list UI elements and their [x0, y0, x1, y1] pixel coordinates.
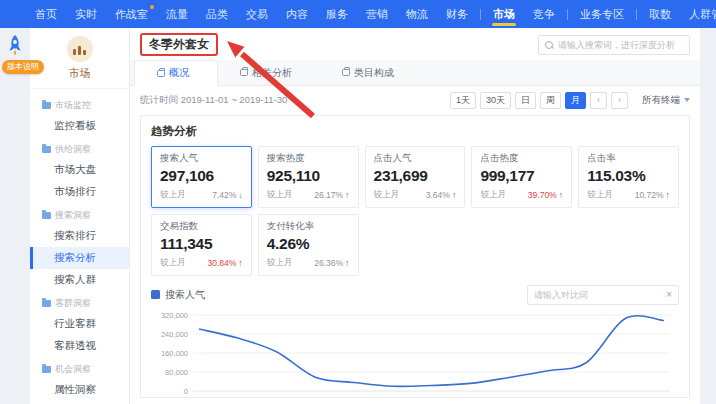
- close-icon[interactable]: ×: [666, 290, 672, 300]
- sidebar-item[interactable]: 市场排行: [30, 181, 129, 203]
- nav-item-data-extract[interactable]: 取数: [640, 0, 680, 28]
- tab-bar: 概况相关分析类目构成: [130, 60, 700, 86]
- metric-footer: 较上月39.70%↑: [480, 189, 563, 201]
- range-button[interactable]: 日: [515, 92, 536, 109]
- metric-delta: 30.84%↑: [207, 258, 242, 268]
- range-button[interactable]: 30天: [480, 92, 511, 109]
- legend-swatch: [151, 290, 160, 299]
- main-content: 冬季外套女 概况相关分析类目构成 统计时间 2019-11-01 ~ 2019-…: [130, 28, 700, 404]
- tab-label: 概况: [169, 66, 189, 80]
- svg-text:2019-11: 2019-11: [651, 395, 678, 398]
- next-period-button[interactable]: ›: [611, 92, 628, 109]
- delta-percent: 39.70%: [528, 190, 557, 200]
- svg-text:2019-01: 2019-01: [263, 395, 291, 398]
- range-button[interactable]: 1天: [450, 92, 476, 109]
- chart-legend[interactable]: 搜索人气: [151, 288, 205, 302]
- folder-icon: [42, 102, 51, 109]
- nav-item-crowd-mgmt[interactable]: 人群管理: [680, 0, 716, 28]
- sidebar: 市场 市场监控监控看板供给洞察市场大盘市场排行搜索洞察搜索排行搜索分析搜索人群客…: [30, 28, 130, 404]
- metric-delta: 26.36%↑: [314, 258, 349, 268]
- tab-category-composition[interactable]: 类目构成: [320, 60, 422, 85]
- metric-value: 115.03%: [587, 167, 670, 185]
- sidebar-item[interactable]: 搜索分析: [30, 247, 129, 269]
- assistant-badge[interactable]: 版本说明: [2, 60, 44, 74]
- keyword-search-box[interactable]: [538, 35, 690, 55]
- metric-card[interactable]: 点击热度999,177较上月39.70%↑: [471, 146, 572, 208]
- nav-item-content[interactable]: 内容: [277, 0, 317, 28]
- svg-text:2018-12: 2018-12: [224, 395, 252, 398]
- sidebar-item[interactable]: 监控看板: [30, 115, 129, 137]
- metric-label: 点击人气: [374, 152, 457, 165]
- metric-footer: 较上月3.64%↑: [374, 189, 457, 201]
- tab-icon: [157, 70, 165, 77]
- metric-footer: 较上月30.84%↑: [160, 257, 243, 269]
- svg-text:80,000: 80,000: [165, 367, 188, 376]
- keyword-search-input[interactable]: [558, 40, 683, 50]
- legend-label: 搜索人气: [165, 288, 205, 302]
- stat-time-range: 统计时间 2019-11-01 ~ 2019-11-30: [140, 94, 287, 107]
- tab-overview[interactable]: 概况: [134, 60, 218, 86]
- nav-item-label: 竞争: [533, 8, 555, 20]
- line-chart-svg: 080,000160,000240,000320,0002018-112018-…: [151, 309, 678, 398]
- nav-item-war-room[interactable]: 作战室: [106, 0, 157, 28]
- metric-card[interactable]: 交易指数111,345较上月30.84%↑: [151, 214, 252, 276]
- metric-value: 297,106: [160, 167, 243, 185]
- nav-item-service[interactable]: 服务: [317, 0, 357, 28]
- nav-item-finance[interactable]: 财务: [437, 0, 477, 28]
- compare-word-input[interactable]: [534, 290, 662, 300]
- date-granularity-controls: 1天30天日周月‹›所有终端: [450, 92, 690, 109]
- metric-value: 925,110: [267, 167, 350, 185]
- stat-filter-row: 统计时间 2019-11-01 ~ 2019-11-30 1天30天日周月‹›所…: [130, 86, 700, 115]
- nav-item-realtime[interactable]: 实时: [66, 0, 106, 28]
- metric-delta: 26.17%↑: [314, 190, 349, 200]
- nav-item-compete[interactable]: 竞争: [524, 0, 564, 28]
- range-button[interactable]: 周: [540, 92, 561, 109]
- nav-item-home[interactable]: 首页: [26, 0, 66, 28]
- sidebar-item[interactable]: 搜索人群: [30, 269, 129, 291]
- sidebar-item[interactable]: 行业客群: [30, 313, 129, 335]
- metric-card[interactable]: 搜索热度925,110较上月26.17%↑: [258, 146, 359, 208]
- sidebar-item[interactable]: 市场大盘: [30, 159, 129, 181]
- nav-item-label: 人群管理: [689, 8, 716, 20]
- metric-card[interactable]: 点击人气231,699较上月3.64%↑: [365, 146, 466, 208]
- rocket-icon[interactable]: [5, 34, 25, 58]
- metric-card[interactable]: 支付转化率4.26%较上月26.36%↑: [258, 214, 359, 276]
- svg-text:2019-05: 2019-05: [418, 395, 446, 398]
- top-nav-items: 首页实时作战室流量品类交易内容服务营销物流财务市场竞争业务专区取数人群管理学院: [26, 0, 716, 28]
- nav-item-biz-zone[interactable]: 业务专区: [571, 0, 633, 28]
- sidebar-item[interactable]: 搜索排行: [30, 225, 129, 247]
- nav-separator: [480, 9, 481, 20]
- metric-delta: 7.42%↓: [212, 190, 243, 200]
- metric-value: 111,345: [160, 235, 243, 253]
- compare-word-box[interactable]: ×: [527, 285, 679, 305]
- metric-card[interactable]: 搜索人气297,106较上月7.42%↓: [151, 146, 252, 208]
- nav-item-label: 实时: [75, 8, 97, 20]
- nav-item-category[interactable]: 品类: [197, 0, 237, 28]
- metric-delta: 39.70%↑: [528, 190, 563, 200]
- terminal-dropdown[interactable]: 所有终端: [642, 94, 690, 107]
- tab-label: 类目构成: [354, 66, 394, 80]
- content-header: 冬季外套女: [130, 28, 700, 60]
- prev-period-button[interactable]: ‹: [590, 92, 607, 109]
- sidebar-item[interactable]: 客群透视: [30, 335, 129, 357]
- nav-item-market[interactable]: 市场: [484, 0, 524, 28]
- nav-item-trade[interactable]: 交易: [237, 0, 277, 28]
- nav-item-marketing[interactable]: 营销: [357, 0, 397, 28]
- tab-label: 相关分析: [252, 66, 292, 80]
- delta-percent: 26.36%: [314, 258, 343, 268]
- sidebar-section-label: 客群洞察: [30, 291, 129, 313]
- sidebar-item[interactable]: 属性洞察: [30, 379, 129, 401]
- metric-footer: 较上月7.42%↓: [160, 189, 243, 201]
- metric-card[interactable]: 点击率115.03%较上月10.72%↑: [578, 146, 679, 208]
- sidebar-section-text: 客群洞察: [55, 297, 91, 310]
- range-button[interactable]: 月: [565, 92, 586, 109]
- delta-percent: 26.17%: [314, 190, 343, 200]
- nav-item-logistics[interactable]: 物流: [397, 0, 437, 28]
- svg-text:240,000: 240,000: [161, 329, 188, 338]
- folder-icon: [42, 300, 51, 307]
- sidebar-section-text: 机会洞察: [55, 363, 91, 376]
- nav-item-label: 财务: [446, 8, 468, 20]
- tab-related-analysis[interactable]: 相关分析: [218, 60, 320, 85]
- nav-item-traffic[interactable]: 流量: [157, 0, 197, 28]
- nav-item-label: 业务专区: [580, 8, 624, 20]
